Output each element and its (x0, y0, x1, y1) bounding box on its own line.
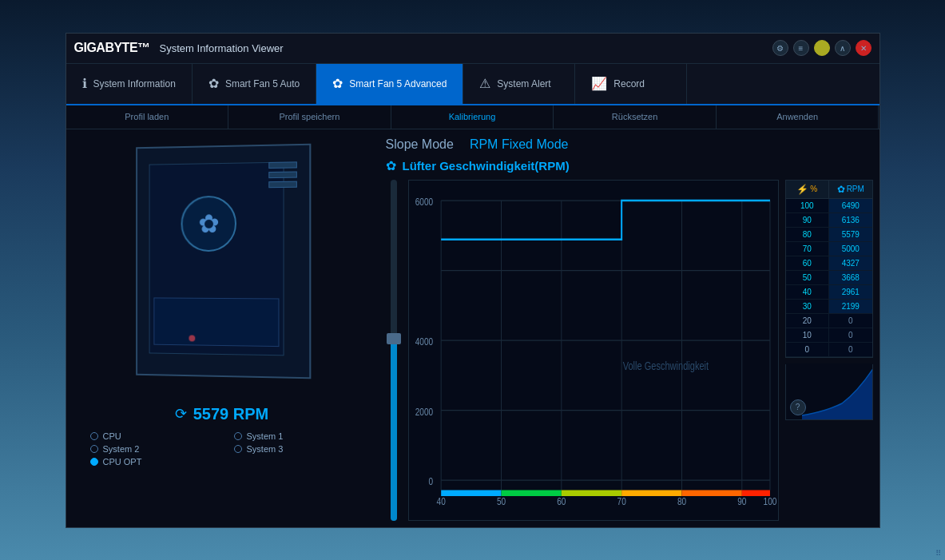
tab-smart-fan-advanced[interactable]: ✿ Smart Fan 5 Advanced (316, 64, 463, 104)
fan-advanced-icon: ✿ (332, 76, 343, 91)
tab-system-alert[interactable]: ⚠ System Alert (463, 64, 575, 104)
rpm-table-row: 40 2961 (786, 285, 872, 300)
rpm-table-row: 10 0 (786, 328, 872, 343)
fan-label-cpu-opt: CPU OPT (103, 457, 142, 467)
fan-item-system2[interactable]: System 2 (90, 444, 210, 454)
rpm-cell-value: 6136 (829, 213, 872, 227)
drive-bay-2 (268, 171, 297, 178)
rpm-cell-value: 4327 (829, 256, 872, 270)
svg-rect-26 (501, 490, 561, 496)
fan-illustration: ✿ (181, 195, 236, 251)
main-chart-svg: 6000 4000 2000 0 40 50 60 70 80 90 100 (409, 181, 778, 520)
svg-rect-0 (409, 181, 778, 520)
minimize-button[interactable] (814, 40, 830, 56)
sub-nav-kalibrierung[interactable]: Kalibrierung (391, 105, 554, 129)
drive-bay-3 (268, 181, 297, 188)
slope-mode-btn[interactable]: Slope Mode (386, 137, 454, 152)
sub-nav-profil-laden[interactable]: Profil laden (66, 105, 229, 129)
svg-rect-29 (681, 490, 741, 496)
rpm-cell-percent: 50 (786, 271, 830, 284)
tab-system-alert-label: System Alert (497, 78, 550, 89)
fan-indicator-system2 (90, 445, 98, 453)
svg-rect-28 (621, 490, 681, 496)
sub-nav-anwenden[interactable]: Anwenden (717, 105, 879, 129)
rpm-table-header: ⚡ % ✿ RPM (786, 181, 872, 199)
title-bar: GIGABYTE™ System Information Viewer ⚙ ≡ … (66, 34, 879, 64)
rpm-cell-percent: 10 (786, 328, 830, 342)
info-icon: ℹ (82, 76, 87, 91)
alert-icon: ⚠ (479, 76, 490, 91)
rpm-cell-percent: 80 (786, 228, 830, 241)
svg-text:100: 100 (763, 496, 776, 506)
rpm-col-header: ✿ RPM (829, 181, 872, 199)
drive-bays (268, 161, 301, 191)
fan-indicator-cpu-opt (90, 458, 98, 466)
resize-handle: ⠿ (935, 549, 941, 558)
maximize-button[interactable]: ∧ (835, 40, 851, 56)
sub-nav-profil-speichern[interactable]: Profil speichern (228, 105, 391, 129)
rpm-cell-percent: 20 (786, 314, 830, 328)
help-button[interactable]: ? (790, 399, 806, 415)
svg-text:70: 70 (617, 496, 625, 506)
rpm-cell-percent: 30 (786, 300, 830, 313)
tab-smart-fan-auto[interactable]: ✿ Smart Fan 5 Auto (193, 64, 316, 104)
rpm-cell-percent: 40 (786, 285, 830, 299)
rpm-table-row: 50 3668 (786, 271, 872, 285)
app-title: System Information Viewer (160, 42, 284, 54)
chart-title-area: ✿ Lüfter Geschwindigkeit(RPM) (386, 158, 873, 173)
rpm-cell-value: 0 (829, 328, 872, 342)
pc-case-illustration: ✿ (126, 145, 318, 393)
rpm-table: ⚡ % ✿ RPM 100 6490 90 6136 8 (785, 180, 873, 358)
chart-fan-icon: ✿ (386, 158, 396, 173)
fan-label-system2: System 2 (103, 444, 140, 454)
svg-text:4000: 4000 (415, 336, 432, 347)
app-logo: GIGABYTE™ (74, 41, 150, 55)
tab-system-info-label: System Information (93, 78, 176, 89)
rpm-table-body: 100 6490 90 6136 80 5579 70 5000 60 4327… (786, 199, 872, 357)
tab-system-info[interactable]: ℹ System Information (66, 64, 193, 104)
tab-record-label: Record (613, 78, 645, 89)
fan-label-system3: System 3 (247, 444, 284, 454)
percent-col-header: ⚡ % (786, 181, 830, 199)
record-icon: 📈 (591, 76, 607, 91)
pc-case-outer: ✿ (136, 143, 311, 379)
fan-item-system1[interactable]: System 1 (234, 431, 354, 441)
chart-area: 6000 4000 2000 0 40 50 60 70 80 90 100 (386, 180, 873, 521)
close-button[interactable]: ✕ (856, 40, 872, 56)
rpm-cell-value: 0 (829, 314, 872, 328)
chart-title-text: Lüfter Geschwindigkeit(RPM) (403, 159, 570, 173)
rpm-cell-value: 6490 (829, 199, 872, 212)
fan-item-cpu[interactable]: CPU (90, 431, 210, 441)
main-chart-container[interactable]: 6000 4000 2000 0 40 50 60 70 80 90 100 (408, 180, 779, 521)
right-panel: Slope Mode RPM Fixed Mode ✿ Lüfter Gesch… (378, 129, 879, 527)
tab-record[interactable]: 📈 Record (575, 64, 687, 104)
svg-rect-30 (741, 490, 769, 496)
slider-thumb[interactable] (387, 333, 401, 344)
rpm-cell-percent: 0 (786, 343, 830, 356)
fan-item-cpu-opt[interactable]: CPU OPT (90, 457, 210, 467)
tab-smart-fan-advanced-label: Smart Fan 5 Advanced (349, 78, 447, 89)
rpm-cell-percent: 100 (786, 199, 830, 212)
fan-label-cpu: CPU (103, 431, 121, 441)
svg-text:60: 60 (557, 496, 566, 506)
rpm-slider[interactable] (386, 180, 402, 521)
rpm-fixed-mode-btn[interactable]: RPM Fixed Mode (470, 137, 569, 152)
app-window: GIGABYTE™ System Information Viewer ⚙ ≡ … (66, 33, 880, 528)
gear-button[interactable]: ⚙ (772, 40, 788, 56)
menu-button[interactable]: ≡ (793, 40, 809, 56)
pc-case-inner: ✿ (149, 161, 284, 355)
fan-indicator-system3 (234, 445, 242, 453)
svg-text:0: 0 (428, 476, 433, 487)
svg-text:6000: 6000 (415, 197, 432, 207)
rpm-cell-value: 5000 (829, 242, 872, 256)
sub-nav-ruecksetzen[interactable]: Rücksetzen (554, 105, 717, 129)
fan-label-system1: System 1 (247, 431, 284, 441)
sub-nav: Profil laden Profil speichern Kalibrieru… (66, 105, 879, 129)
fan-item-system3[interactable]: System 3 (234, 444, 354, 454)
rpm-cell-value: 0 (829, 343, 872, 356)
rpm-table-row: 30 2199 (786, 300, 872, 314)
tab-smart-fan-auto-label: Smart Fan 5 Auto (225, 78, 300, 89)
drive-bay-1 (268, 161, 297, 169)
rpm-cell-percent: 90 (786, 213, 830, 227)
svg-text:Volle Geschwindigkeit: Volle Geschwindigkeit (622, 360, 709, 372)
